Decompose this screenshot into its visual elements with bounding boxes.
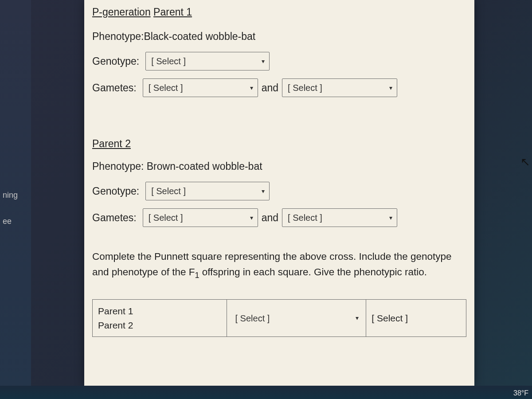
parent2-phenotype-line: Phenotype: Brown-coated wobble-bat xyxy=(92,159,466,174)
parent1-gamete2-select[interactable]: [ Select ] ▾ xyxy=(282,78,397,97)
select-placeholder: [ Select ] xyxy=(151,184,186,198)
select-placeholder: [ Select ] xyxy=(288,211,322,224)
punnett-col1-select[interactable]: [ Select ] ▾ xyxy=(230,311,363,326)
parent2-gamete2-select[interactable]: [ Select ] ▾ xyxy=(282,208,397,227)
corner-parent2: Parent 2 xyxy=(98,318,221,332)
parent1-genotype-label: Genotype: xyxy=(92,54,139,69)
parent2-genotype-label: Genotype: xyxy=(92,184,139,199)
parent2-gametes-row: Gametes: [ Select ] ▾ and [ Select ] ▾ xyxy=(92,208,466,227)
chevron-down-icon: ▾ xyxy=(262,57,265,66)
parent2-gamete1-select[interactable]: [ Select ] ▾ xyxy=(143,208,258,227)
parent1-heading: Parent 1 xyxy=(153,4,192,20)
select-placeholder: [ Select ] xyxy=(149,211,183,224)
table-row: Parent 1 Parent 2 [ Select ] ▾ [ Select … xyxy=(93,300,466,337)
select-placeholder: [ Select ] xyxy=(151,55,186,68)
worksheet-panel: P-generation Parent 1 Phenotype:Black-co… xyxy=(84,0,474,386)
parent1-genotype-row: Genotype: [ Select ] ▾ xyxy=(92,52,466,70)
chevron-down-icon: ▾ xyxy=(250,83,253,93)
select-placeholder: [ Select ] xyxy=(235,312,270,325)
chevron-down-icon: ▾ xyxy=(356,313,359,323)
punnett-col1-header: [ Select ] ▾ xyxy=(227,300,366,337)
punnett-corner-cell: Parent 1 Parent 2 xyxy=(93,300,227,337)
parent1-gametes-label: Gametes: xyxy=(92,80,137,96)
chevron-down-icon: ▾ xyxy=(262,187,265,196)
nav-sidebar: ning ee xyxy=(0,0,31,399)
section-title: P-generation xyxy=(92,4,151,20)
chevron-down-icon: ▾ xyxy=(389,83,392,93)
parent1-phenotype-label: Phenotype: xyxy=(92,31,144,42)
punnett-col2-header: [ Select ] xyxy=(366,300,466,337)
parent2-gametes-label: Gametes: xyxy=(92,210,137,226)
parent2-phenotype-label: Phenotype: xyxy=(92,160,144,172)
parent2-genotype-row: Genotype: [ Select ] ▾ xyxy=(92,182,466,200)
punnett-table: Parent 1 Parent 2 [ Select ] ▾ [ Select … xyxy=(92,299,466,337)
parent1-gametes-row: Gametes: [ Select ] ▾ and [ Select ] ▾ xyxy=(92,78,466,97)
chevron-down-icon: ▾ xyxy=(250,213,253,223)
temperature-reading: 38°F xyxy=(513,389,528,397)
and-label: and xyxy=(262,210,278,226)
cursor-icon: ↖ xyxy=(520,155,530,169)
parent2-genotype-select[interactable]: [ Select ] ▾ xyxy=(145,182,270,200)
select-placeholder: [ Select ] xyxy=(149,81,183,94)
select-placeholder: [ Select ] xyxy=(288,81,322,94)
parent1-phenotype-value: Black-coated wobble-bat xyxy=(144,31,255,42)
parent1-phenotype-line: Phenotype:Black-coated wobble-bat xyxy=(92,29,466,44)
and-label: and xyxy=(262,80,278,96)
instructions-sub: 1 xyxy=(195,270,199,279)
instructions-text: Complete the Punnett square representing… xyxy=(92,249,466,282)
chevron-down-icon: ▾ xyxy=(389,213,392,223)
parent2-heading: Parent 2 xyxy=(92,136,131,152)
parent2-phenotype-value: Brown-coated wobble-bat xyxy=(144,160,262,172)
sidebar-item-2[interactable]: ee xyxy=(0,212,31,231)
parent1-genotype-select[interactable]: [ Select ] ▾ xyxy=(145,52,270,70)
corner-parent1: Parent 1 xyxy=(98,304,221,318)
col2-select-text[interactable]: [ Select ] xyxy=(372,313,408,323)
parent1-gamete1-select[interactable]: [ Select ] ▾ xyxy=(143,78,258,97)
taskbar: 38°F xyxy=(0,386,532,399)
sidebar-item-1[interactable]: ning xyxy=(0,186,31,204)
instructions-post: offspring in each square. Give the pheno… xyxy=(199,266,427,278)
